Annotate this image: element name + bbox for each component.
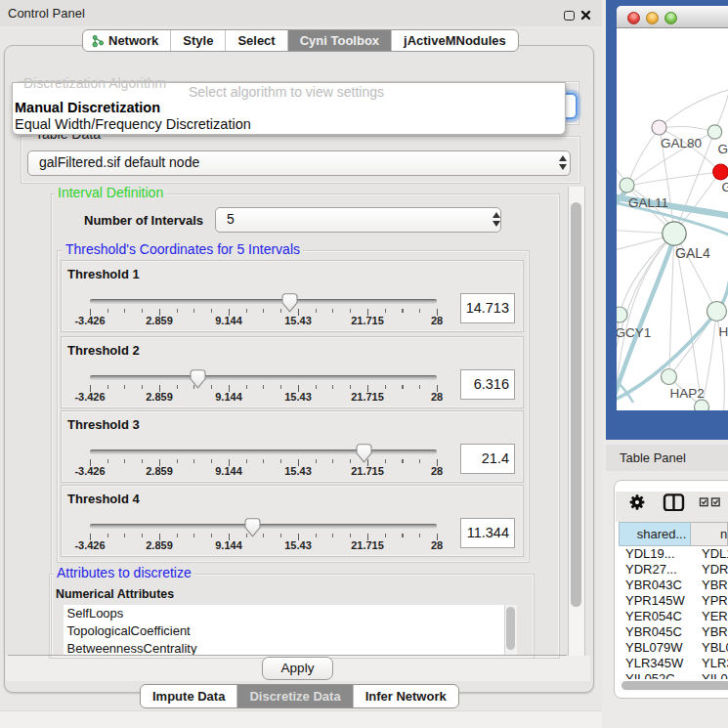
svg-text:G: G xyxy=(722,180,728,194)
svg-text:H: H xyxy=(719,324,728,339)
svg-text:GA: GA xyxy=(718,142,728,156)
svg-text:GCY1: GCY1 xyxy=(617,325,651,340)
svg-text:HAP2: HAP2 xyxy=(670,386,705,401)
svg-text:GAL4: GAL4 xyxy=(675,245,710,261)
svg-text:GAL11: GAL11 xyxy=(628,195,668,210)
svg-text:GAL80: GAL80 xyxy=(661,136,702,150)
